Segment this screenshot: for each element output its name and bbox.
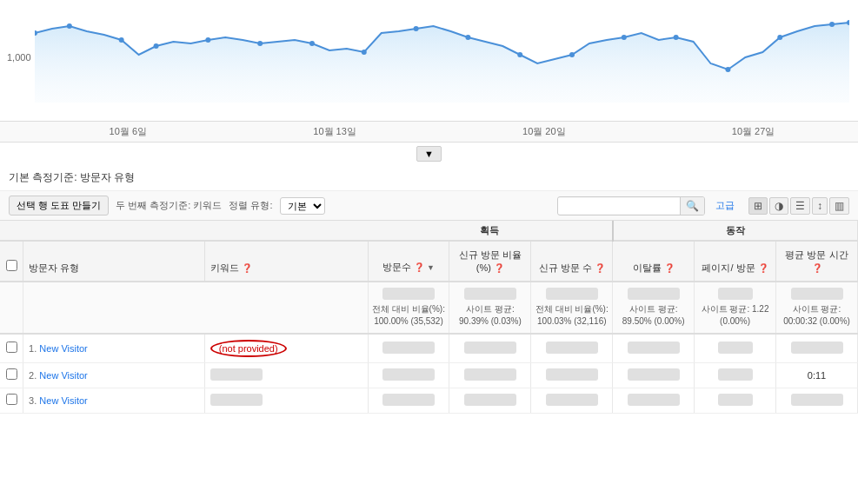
visits-help-icon: ❓ — [414, 262, 424, 272]
bounce-rate-header: 이탈률 ❓ — [613, 241, 695, 282]
summary-checkbox-cell — [0, 282, 23, 334]
view-list-button[interactable]: ☰ — [790, 197, 810, 215]
summary-pages-cell: 사이트 평균: 1.22 (0.00%) — [695, 282, 776, 334]
svg-point-10 — [517, 52, 522, 57]
row2-pages-blurred — [718, 368, 753, 381]
summary-label-cell — [23, 282, 368, 334]
advanced-button[interactable]: 고급 — [715, 199, 735, 212]
row3-keyword-cell — [204, 388, 368, 413]
row3-num: 3. — [29, 395, 37, 406]
visits-sort-icon[interactable]: ▼ — [427, 263, 435, 272]
avg-duration-header: 평균 방문 시간 ❓ — [776, 241, 858, 282]
svg-point-16 — [829, 22, 835, 27]
select-all-checkbox[interactable] — [6, 260, 17, 271]
row2-keyword-blurred — [210, 368, 263, 381]
table-row: 3. New Visitor — [0, 388, 858, 413]
row3-duration-cell — [776, 388, 858, 413]
row2-num: 2. — [29, 370, 37, 381]
row3-new-visits-blurred — [546, 394, 598, 406]
row1-visits-cell — [368, 334, 449, 363]
avg-duration-help-icon: ❓ — [812, 263, 822, 273]
svg-point-11 — [569, 52, 575, 57]
summary-duration-text: 사이트 평균: 00:00:32 (0.00%) — [783, 304, 850, 326]
row3-bounce-cell — [613, 388, 695, 413]
view-pie-button[interactable]: ◑ — [769, 197, 788, 215]
row2-bounce-blurred — [628, 368, 680, 381]
summary-new-pct-blurred — [464, 288, 516, 300]
summary-duration-blurred — [791, 288, 843, 300]
summary-new-visits-cell: 전체 대비 비율(%): 100.03% (32,116) — [531, 282, 613, 334]
row2-checkbox[interactable] — [6, 368, 17, 380]
row3-bounce-blurred — [628, 394, 680, 406]
row3-visits-cell — [368, 388, 449, 413]
row2-new-pct-blurred — [464, 368, 516, 381]
view-icons: ⊞ ◑ ☰ ↕ ▥ — [748, 197, 849, 215]
svg-point-15 — [777, 35, 782, 40]
row3-pages-blurred — [718, 394, 753, 406]
svg-point-7 — [362, 50, 367, 55]
keyword-help-icon: ❓ — [242, 263, 252, 273]
svg-point-6 — [309, 41, 315, 46]
row1-bounce-blurred — [628, 342, 680, 354]
chart-dropdown-button[interactable]: ▼ — [416, 146, 442, 162]
row3-visitor-type-link[interactable]: New Visitor — [39, 395, 87, 406]
row1-visitor-type-link[interactable]: New Visitor — [39, 343, 87, 354]
column-header-row: 방문자 유형 키워드 ❓ 방문수 ❓ ▼ 신규 방문 비율(%) ❓ 신규 방문… — [0, 241, 858, 282]
bounce-rate-help-icon: ❓ — [664, 263, 675, 273]
checkbox-header — [0, 241, 23, 282]
summary-new-visits-blurred — [546, 288, 598, 300]
row2-bounce-cell — [613, 362, 695, 388]
view-sort-button[interactable]: ↕ — [812, 197, 828, 215]
sort-select[interactable]: 기본 — [280, 197, 325, 215]
group-header-row: 획득 동작 — [0, 221, 858, 241]
row1-checkbox-cell — [0, 334, 23, 363]
row3-visitor-type-cell: 3. New Visitor — [23, 388, 205, 413]
svg-point-2 — [119, 37, 124, 43]
new-visit-pct-help-icon: ❓ — [494, 263, 504, 273]
row2-pages-cell — [695, 362, 776, 388]
view-grid-button[interactable]: ▥ — [829, 197, 849, 215]
row2-new-visits-blurred — [546, 368, 598, 381]
summary-pages-text: 사이트 평균: 1.22 (0.00%) — [702, 304, 769, 326]
visits-header: 방문수 ❓ ▼ — [368, 241, 449, 282]
search-input[interactable] — [558, 198, 680, 214]
row2-visitor-type-cell: 2. New Visitor — [23, 362, 205, 388]
svg-point-9 — [465, 35, 470, 40]
row2-checkbox-cell — [0, 362, 23, 388]
row2-visits-blurred — [382, 368, 435, 381]
row2-duration-value: 0:11 — [808, 370, 826, 381]
row1-checkbox[interactable] — [6, 342, 17, 353]
create-row-chart-button[interactable]: 선택 행 도표 만들기 — [9, 196, 109, 216]
row3-checkbox-cell — [0, 388, 23, 413]
row1-visitor-type-cell: 1. New Visitor — [23, 334, 205, 363]
sort-label: 정렬 유형: — [229, 199, 272, 212]
new-visits-header: 신규 방문 수 ❓ — [531, 241, 613, 282]
table-row: 1. New Visitor (not provided) — [0, 334, 858, 363]
row2-new-pct-cell — [449, 362, 531, 388]
row1-keyword-cell: (not provided) — [204, 334, 368, 363]
chart-dropdown-row: ▼ — [0, 143, 858, 165]
x-label-2: 10월 13일 — [313, 125, 356, 138]
summary-row: 전체 대비 비율(%): 100.00% (35,532) 사이트 평균: 90… — [0, 282, 858, 334]
row2-visitor-type-link[interactable]: New Visitor — [39, 370, 87, 381]
row2-duration-cell: 0:11 — [776, 362, 858, 388]
chart-x-labels: 10월 6일 10월 13일 10월 20일 10월 27일 — [0, 122, 858, 143]
row1-num: 1. — [29, 343, 37, 354]
summary-new-pct-text: 사이트 평균: 90.39% (0.03%) — [459, 304, 522, 326]
row3-new-pct-blurred — [464, 394, 516, 406]
svg-point-3 — [154, 43, 159, 49]
toolbar: 선택 행 도표 만들기 두 번째 측정기준: 키워드 정렬 유형: 기본 🔍 고… — [0, 191, 858, 221]
empty-group-header2 — [204, 221, 368, 241]
summary-visits-cell: 전체 대비 비율(%): 100.00% (35,532) — [368, 282, 449, 334]
row1-new-pct-cell — [449, 334, 531, 363]
row3-checkbox[interactable] — [6, 394, 17, 405]
view-table-button[interactable]: ⊞ — [748, 197, 768, 215]
svg-point-8 — [414, 26, 419, 31]
svg-point-5 — [257, 41, 263, 46]
empty-group-header — [0, 221, 204, 241]
summary-bounce-text: 사이트 평균: 89.50% (0.00%) — [622, 304, 685, 326]
behavior-group-header: 동작 — [613, 221, 858, 241]
x-label-3: 10월 20일 — [522, 125, 566, 138]
row1-new-visits-cell — [531, 334, 613, 363]
search-button[interactable]: 🔍 — [680, 197, 704, 215]
